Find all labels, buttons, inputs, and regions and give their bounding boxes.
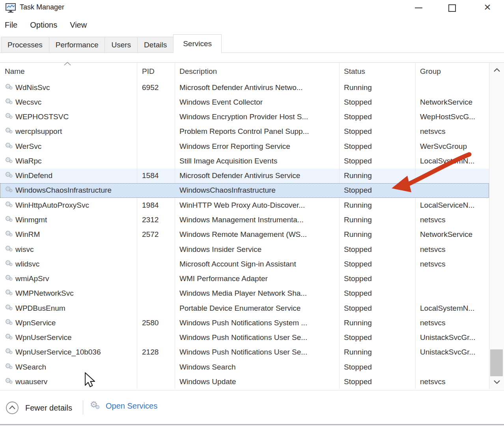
table-row[interactable]: ⚙ ⚙ wuauserv Windows Update Stopped nets…: [0, 374, 489, 389]
service-gear-icon: ⚙ ⚙: [5, 201, 15, 210]
column-header-description[interactable]: Description: [175, 63, 339, 80]
service-pid: [137, 154, 175, 168]
service-description: Windows Event Collector: [175, 95, 339, 109]
table-row[interactable]: ⚙ ⚙ WpnUserService Windows Push Notifica…: [0, 330, 489, 345]
service-name: WerSvc: [15, 142, 41, 151]
scroll-down-button[interactable]: [489, 375, 504, 389]
service-description: Windows Push Notifications User Se...: [175, 345, 339, 360]
column-header-group[interactable]: Group: [415, 63, 489, 80]
service-description: Windows Insider Service: [175, 242, 339, 257]
service-group: netsvcs: [415, 212, 489, 227]
service-name: WpnService: [15, 319, 56, 327]
menu-view[interactable]: View: [70, 21, 87, 30]
service-gear-icon: ⚙ ⚙: [5, 142, 15, 151]
tab-performance[interactable]: Performance: [49, 37, 105, 53]
table-row[interactable]: ⚙ ⚙ WerSvc Windows Error Reporting Servi…: [0, 139, 489, 154]
table-row[interactable]: ⚙ ⚙ WMPNetworkSvc Windows Media Player N…: [0, 286, 489, 301]
tab-users[interactable]: Users: [105, 37, 138, 53]
service-pid: [137, 124, 175, 139]
sort-ascending-icon: [64, 62, 71, 66]
table-row[interactable]: ⚙ ⚙ WPDBusEnum Portable Device Enumerato…: [0, 301, 489, 315]
service-gear-icon: ⚙ ⚙: [5, 112, 15, 122]
service-description: Still Image Acquisition Events: [175, 154, 339, 168]
column-header-status[interactable]: Status: [339, 63, 415, 80]
service-name: wuauserv: [15, 377, 47, 386]
vertical-scrollbar[interactable]: [489, 62, 504, 389]
service-pid: [137, 271, 175, 286]
service-pid: 2128: [137, 345, 175, 360]
service-group: LocalSystemN...: [415, 154, 489, 168]
table-row[interactable]: ⚙ ⚙ WinDefend 1584 Microsoft Defender An…: [0, 169, 489, 183]
table-row[interactable]: ⚙ ⚙ Wecsvc Windows Event Collector Stopp…: [0, 95, 489, 109]
table-row[interactable]: ⚙ ⚙ wercplsupport Problem Reports Contro…: [0, 124, 489, 139]
service-status: Stopped: [339, 95, 415, 109]
column-header-pid[interactable]: PID: [137, 63, 175, 80]
menu-file[interactable]: File: [5, 21, 17, 30]
service-gear-icon: ⚙ ⚙: [5, 215, 15, 225]
chevron-down-icon: [494, 380, 500, 384]
service-status: Stopped: [339, 271, 415, 286]
table-row[interactable]: ⚙ ⚙ WSearch Windows Search Stopped: [0, 360, 489, 374]
service-group: netsvcs: [415, 315, 489, 330]
service-description: Windows Search: [175, 360, 339, 374]
service-gear-icon: ⚙ ⚙: [5, 259, 15, 269]
service-name: Winmgmt: [15, 216, 47, 224]
table-row[interactable]: ⚙ ⚙ WdNisSvc 6952 Microsoft Defender Ant…: [0, 80, 489, 95]
table-row[interactable]: ⚙ ⚙ wmiApSrv WMI Performance Adapter Sto…: [0, 271, 489, 286]
service-status: Stopped: [339, 183, 415, 198]
service-status: Stopped: [339, 301, 415, 315]
service-pid: [137, 110, 175, 124]
service-status: Stopped: [339, 139, 415, 154]
service-name: WpnUserService_10b036: [15, 348, 101, 357]
tab-details[interactable]: Details: [137, 37, 174, 53]
service-description: Windows Management Instrumenta...: [175, 212, 339, 227]
service-description: Windows Encryption Provider Host S...: [175, 110, 339, 124]
service-status: Running: [339, 212, 415, 227]
service-description: WindowsChaosInfrastructure: [175, 183, 339, 198]
scrollbar-thumb[interactable]: [490, 349, 503, 376]
service-status: Running: [339, 169, 415, 183]
table-row[interactable]: ⚙ ⚙ WinHttpAutoProxySvc 1984 WinHTTP Web…: [0, 198, 489, 212]
service-name: WiaRpc: [15, 157, 42, 165]
service-name: wisvc: [15, 245, 34, 254]
service-pid: [137, 257, 175, 271]
table-row[interactable]: ⚙ ⚙ WiaRpc Still Image Acquisition Event…: [0, 154, 489, 168]
chevron-up-icon: [494, 68, 500, 72]
service-gear-icon: ⚙ ⚙: [5, 362, 15, 372]
service-pid: [137, 139, 175, 154]
table-row[interactable]: ⚙ ⚙ WpnUserService_10b036 2128 Windows P…: [0, 345, 489, 360]
table-row[interactable]: ⚙ ⚙ WEPHOSTSVC Windows Encryption Provid…: [0, 110, 489, 124]
service-group: LocalServiceN...: [415, 198, 489, 212]
table-row[interactable]: ⚙ ⚙ WindowsChaosInfrastructure WindowsCh…: [0, 183, 489, 198]
fewer-details-button[interactable]: Fewer details: [6, 401, 72, 415]
service-pid: [137, 183, 175, 198]
service-pid: 1984: [137, 198, 175, 212]
service-gear-icon: ⚙ ⚙: [5, 274, 15, 283]
table-row[interactable]: ⚙ ⚙ Winmgmt 2312 Windows Management Inst…: [0, 212, 489, 227]
column-separator: [339, 63, 340, 389]
column-separator: [137, 63, 137, 389]
menu-bar: File Options View: [0, 16, 504, 34]
service-status: Stopped: [339, 242, 415, 257]
maximize-button[interactable]: [443, 0, 461, 16]
table-row[interactable]: ⚙ ⚙ wisvc Windows Insider Service Stoppe…: [0, 242, 489, 257]
column-separator: [175, 63, 175, 389]
scroll-up-button[interactable]: [489, 63, 504, 77]
open-services-link[interactable]: ⚙ ⚙ Open Services: [90, 400, 157, 411]
service-name: WPDBusEnum: [15, 304, 65, 313]
minimize-icon: [415, 8, 422, 8]
table-row[interactable]: ⚙ ⚙ wlidsvc Microsoft Account Sign-in As…: [0, 257, 489, 271]
service-group: netsvcs: [415, 242, 489, 257]
table-row[interactable]: ⚙ ⚙ WinRM 2572 Windows Remote Management…: [0, 227, 489, 242]
service-name: wlidsvc: [15, 260, 39, 268]
fewer-details-label: Fewer details: [25, 403, 72, 413]
tab-services[interactable]: Services: [173, 34, 222, 53]
close-button[interactable]: ×: [478, 0, 497, 16]
service-group: WepHostSvcG...: [415, 110, 489, 124]
table-row[interactable]: ⚙ ⚙ WpnService 2580 Windows Push Notific…: [0, 315, 489, 330]
service-group: NetworkService: [415, 227, 489, 242]
minimize-button[interactable]: [409, 0, 427, 16]
service-status: Running: [339, 198, 415, 212]
tab-processes[interactable]: Processes: [1, 37, 49, 53]
menu-options[interactable]: Options: [30, 21, 57, 30]
